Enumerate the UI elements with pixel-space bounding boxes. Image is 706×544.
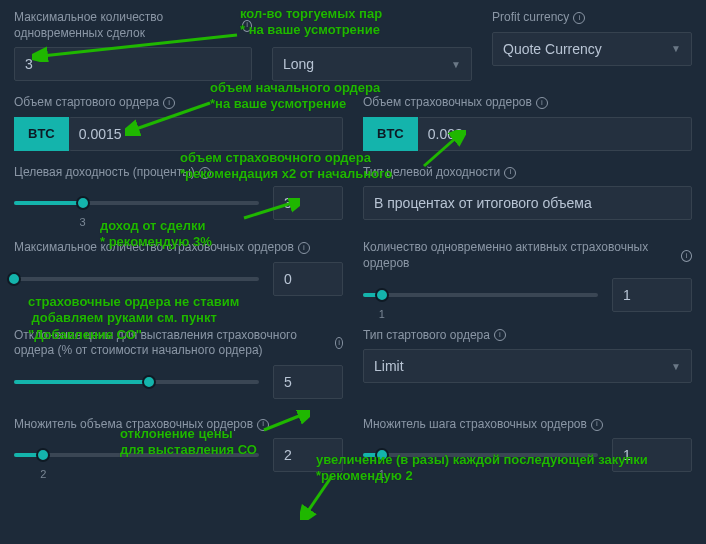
active-safety-input[interactable] — [612, 278, 692, 312]
info-icon[interactable]: i — [163, 97, 175, 109]
arrow-icon — [300, 472, 340, 520]
volume-multiplier-input[interactable] — [273, 438, 343, 472]
info-icon[interactable]: i — [681, 250, 692, 262]
start-order-type-select[interactable]: Limit ▼ — [363, 349, 692, 383]
currency-badge: BTC — [14, 117, 69, 151]
target-type-select[interactable]: В процентах от итогового объема — [363, 186, 692, 220]
info-icon[interactable]: i — [335, 337, 343, 349]
max-deals-label: Максимальное количество одновременных сд… — [14, 10, 252, 41]
info-icon[interactable]: i — [242, 20, 252, 32]
chevron-down-icon: ▼ — [451, 59, 461, 70]
step-multiplier-input[interactable] — [612, 438, 692, 472]
svg-line-5 — [306, 476, 332, 514]
info-icon[interactable]: i — [591, 419, 603, 431]
target-type-label: Тип целевой доходности i — [363, 165, 692, 181]
target-profit-label: Целевая доходность (проценты) i — [14, 165, 343, 181]
target-profit-slider[interactable]: 3 — [14, 192, 259, 214]
chevron-down-icon: ▼ — [671, 43, 681, 54]
chevron-down-icon: ▼ — [671, 361, 681, 372]
max-safety-slider[interactable] — [14, 268, 259, 290]
profit-currency-label: Profit currency i — [492, 10, 692, 26]
deviation-label: Отклонение цены для выставления страхово… — [14, 328, 343, 359]
info-icon[interactable]: i — [298, 242, 310, 254]
active-safety-slider[interactable]: 1 — [363, 284, 598, 306]
slider-tick-label: 3 — [80, 216, 86, 228]
safety-volume-input[interactable] — [418, 117, 692, 151]
safety-volume-label: Объем страховочных ордеров i — [363, 95, 692, 111]
target-profit-input[interactable] — [273, 186, 343, 220]
profit-currency-select[interactable]: Quote Currency ▼ — [492, 32, 692, 66]
start-volume-label: Объем стартового ордера i — [14, 95, 343, 111]
info-icon[interactable]: i — [199, 167, 211, 179]
max-safety-label: Максимальное количество страховочных орд… — [14, 240, 343, 256]
deviation-input[interactable] — [273, 365, 343, 399]
info-icon[interactable]: i — [536, 97, 548, 109]
volume-multiplier-label: Множитель объема страховочных ордеров i — [14, 417, 343, 433]
slider-tick-label: 1 — [379, 468, 385, 480]
step-multiplier-slider[interactable]: 1 — [363, 444, 598, 466]
max-safety-input[interactable] — [273, 262, 343, 296]
active-safety-label: Количество одновременно активных страхов… — [363, 240, 692, 271]
max-deals-input[interactable] — [14, 47, 252, 81]
info-icon[interactable]: i — [257, 419, 269, 431]
start-order-type-label: Тип стартового ордера i — [363, 328, 692, 344]
direction-select[interactable]: Long ▼ — [272, 47, 472, 81]
start-volume-input[interactable] — [69, 117, 343, 151]
info-icon[interactable]: i — [573, 12, 585, 24]
deviation-slider[interactable] — [14, 371, 259, 393]
slider-tick-label: 2 — [40, 468, 46, 480]
volume-multiplier-slider[interactable]: 2 — [14, 444, 259, 466]
slider-tick-label: 1 — [379, 308, 385, 320]
currency-badge: BTC — [363, 117, 418, 151]
step-multiplier-label: Множитель шага страховочных ордеров i — [363, 417, 692, 433]
info-icon[interactable]: i — [504, 167, 516, 179]
info-icon[interactable]: i — [494, 329, 506, 341]
